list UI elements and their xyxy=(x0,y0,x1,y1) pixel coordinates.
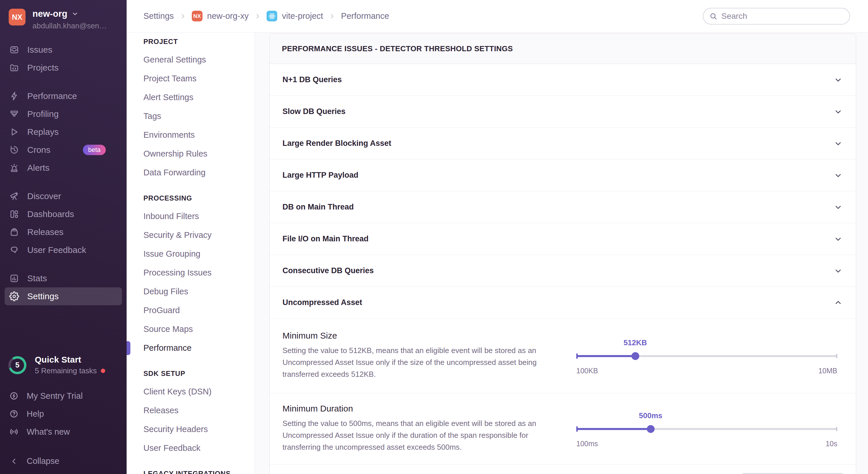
org-avatar: NX xyxy=(9,9,26,26)
breadcrumb-settings[interactable]: Settings xyxy=(144,11,174,21)
breadcrumb-project[interactable]: vite-project xyxy=(267,11,323,22)
sidebar-item-label: Stats xyxy=(27,273,47,283)
sidebar-item-dashboards[interactable]: Dashboards xyxy=(5,205,122,223)
settings-nav-item-tags[interactable]: Tags xyxy=(144,111,246,121)
settings-nav-item-source-maps[interactable]: Source Maps xyxy=(144,325,246,334)
search-box[interactable] xyxy=(703,8,850,25)
settings-nav-item-security-privacy[interactable]: Security & Privacy xyxy=(144,230,246,240)
slider-thumb[interactable] xyxy=(647,425,654,433)
sidebar-item-label: Projects xyxy=(27,63,59,73)
settings-nav-item-inbound-filters[interactable]: Inbound Filters xyxy=(144,211,246,221)
primary-nav: Issues Projects Performance Profiling Re… xyxy=(0,33,127,305)
panel-footer: Reset All Thresholds xyxy=(270,465,856,474)
sidebar-item-alerts[interactable]: Alerts xyxy=(5,159,122,177)
sidebar-item-label: Alerts xyxy=(27,163,50,173)
settings-nav-item-user-feedback[interactable]: User Feedback xyxy=(144,443,246,453)
detector-row-db-on-main-thread[interactable]: DB on Main Thread xyxy=(270,191,856,223)
chevron-left-icon xyxy=(10,458,18,465)
panel-title: PERFORMANCE ISSUES - DETECTOR THRESHOLD … xyxy=(270,34,856,64)
sidebar-item-label: Discover xyxy=(27,191,61,201)
sidebar-item-issues[interactable]: Issues xyxy=(5,41,122,59)
broadcast-icon xyxy=(9,427,19,436)
slider-value-label: 500ms xyxy=(639,411,662,420)
chevron-down-icon xyxy=(834,139,842,148)
sidebar-item-settings[interactable]: Settings xyxy=(5,287,122,305)
chevron-up-icon xyxy=(834,298,842,307)
detector-label: Consecutive DB Queries xyxy=(282,266,374,275)
breadcrumb-organization[interactable]: NX new-org-xy xyxy=(192,11,249,22)
settings-nav-item-debug-files[interactable]: Debug Files xyxy=(144,287,246,296)
detector-row-slow-db-queries[interactable]: Slow DB Queries xyxy=(270,96,856,128)
settings-nav-item-data-forwarding[interactable]: Data Forwarding xyxy=(144,168,246,177)
section-title: LEGACY INTEGRATIONS xyxy=(144,470,246,474)
slider-max-label: 10MB xyxy=(818,367,837,375)
quick-start-title: Quick Start xyxy=(35,355,105,365)
sidebar-item-label: Settings xyxy=(27,292,59,301)
minimum-duration-slider[interactable]: 500ms xyxy=(576,425,837,433)
gear-icon xyxy=(9,292,19,301)
settings-nav-item-performance[interactable]: Performance xyxy=(144,343,246,353)
replays-icon xyxy=(9,127,19,137)
settings-nav-section-project: PROJECT General Settings Project Teams A… xyxy=(144,38,246,177)
settings-nav-item-issue-grouping[interactable]: Issue Grouping xyxy=(144,249,246,259)
settings-nav-item-processing-issues[interactable]: Processing Issues xyxy=(144,268,246,277)
org-switcher[interactable]: NX new-org abdullah.khan@sen… xyxy=(0,0,127,33)
detector-threshold-panel: PERFORMANCE ISSUES - DETECTOR THRESHOLD … xyxy=(270,34,856,474)
settings-nav-item-alert-settings[interactable]: Alert Settings xyxy=(144,93,246,102)
sidebar-item-replays[interactable]: Replays xyxy=(5,123,122,141)
slider-left-cap xyxy=(576,353,578,359)
field-control: 500ms 100ms 10s xyxy=(576,404,837,453)
quick-start-text: Quick Start 5 Remaining tasks xyxy=(35,355,105,375)
issues-icon xyxy=(9,45,19,55)
settings-nav-item-releases[interactable]: Releases xyxy=(144,406,246,415)
crons-icon xyxy=(9,145,19,155)
notification-dot xyxy=(101,369,105,373)
settings-nav-item-security-headers[interactable]: Security Headers xyxy=(144,425,246,434)
quick-start-widget[interactable]: 5 Quick Start 5 Remaining tasks xyxy=(0,355,127,375)
sidebar-item-label: Performance xyxy=(27,91,77,101)
topbar: Settings NX new-org-xy vite-project Perf… xyxy=(127,0,868,32)
minimum-size-slider[interactable]: 512KB xyxy=(576,352,837,360)
sidebar-item-performance[interactable]: Performance xyxy=(5,87,122,105)
quick-start-subtitle: 5 Remaining tasks xyxy=(35,366,97,375)
sidebar-item-crons[interactable]: Crons beta xyxy=(5,141,122,159)
sidebar-item-label: Issues xyxy=(27,45,53,55)
sidebar-item-discover[interactable]: Discover xyxy=(5,187,122,205)
search-icon xyxy=(709,12,717,20)
detector-row-n-plus-one-db-queries[interactable]: N+1 DB Queries xyxy=(270,64,856,96)
detector-row-file-io-on-main-thread[interactable]: File I/O on Main Thread xyxy=(270,223,856,255)
settings-nav-item-environments[interactable]: Environments xyxy=(144,130,246,140)
sidebar-item-projects[interactable]: Projects xyxy=(5,59,122,77)
breadcrumb-label: new-org-xy xyxy=(207,11,249,21)
chevron-down-icon xyxy=(834,171,842,180)
settings-nav-item-general-settings[interactable]: General Settings xyxy=(144,55,246,65)
detector-row-large-render-blocking-asset[interactable]: Large Render Blocking Asset xyxy=(270,128,856,160)
detector-row-large-http-payload[interactable]: Large HTTP Payload xyxy=(270,160,856,191)
sidebar-item-stats[interactable]: Stats xyxy=(5,269,122,287)
chevron-down-icon xyxy=(834,75,842,84)
sidebar-item-help[interactable]: Help xyxy=(0,405,127,423)
sidebar-item-my-sentry-trial[interactable]: My Sentry Trial xyxy=(0,387,127,405)
profiling-icon xyxy=(9,109,19,119)
detector-row-uncompressed-asset[interactable]: Uncompressed Asset xyxy=(270,287,856,318)
trial-bolt-icon xyxy=(9,391,19,401)
sidebar-item-profiling[interactable]: Profiling xyxy=(5,105,122,123)
slider-thumb[interactable] xyxy=(631,352,639,360)
field-label: Minimum Size xyxy=(282,331,549,341)
chevron-right-icon xyxy=(329,13,335,20)
sidebar-item-label: Profiling xyxy=(27,109,59,119)
org-badge: NX xyxy=(192,11,203,22)
settings-nav-item-project-teams[interactable]: Project Teams xyxy=(144,74,246,83)
settings-nav-item-ownership-rules[interactable]: Ownership Rules xyxy=(144,149,246,159)
detector-row-consecutive-db-queries[interactable]: Consecutive DB Queries xyxy=(270,255,856,287)
projects-icon xyxy=(9,63,19,73)
section-title: PROCESSING xyxy=(144,194,246,202)
sidebar-item-user-feedback[interactable]: User Feedback xyxy=(5,241,122,259)
sidebar-collapse-button[interactable]: Collapse xyxy=(0,449,127,474)
settings-nav-item-proguard[interactable]: ProGuard xyxy=(144,306,246,315)
search-input[interactable] xyxy=(721,11,844,21)
sidebar-item-releases[interactable]: Releases xyxy=(5,223,122,241)
settings-nav-item-client-keys[interactable]: Client Keys (DSN) xyxy=(144,387,246,397)
detector-label: Large Render Blocking Asset xyxy=(282,139,392,148)
sidebar-item-whats-new[interactable]: What's new xyxy=(0,423,127,441)
